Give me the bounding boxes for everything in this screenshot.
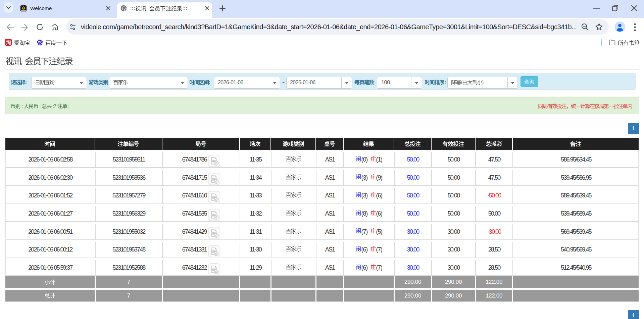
- svg-text:du: du: [39, 43, 41, 45]
